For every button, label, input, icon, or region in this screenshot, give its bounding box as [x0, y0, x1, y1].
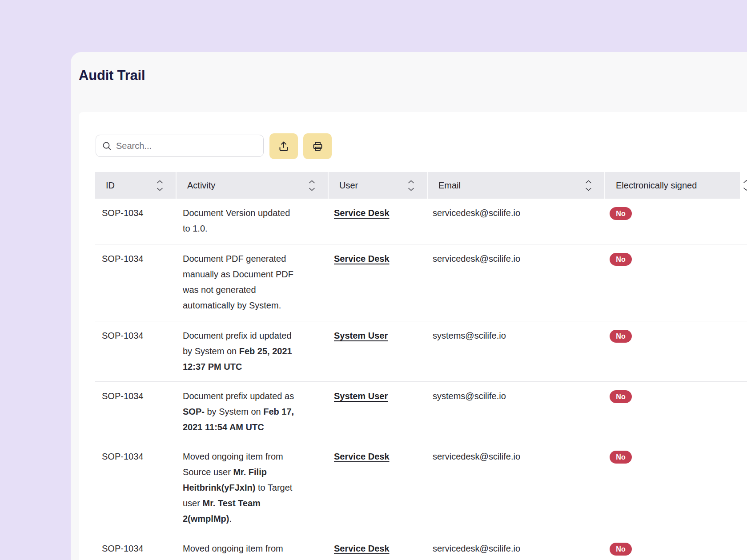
row-activity: Moved ongoing item from Source user Mr. … — [176, 442, 328, 534]
row-email: servicedesk@scilife.io — [427, 199, 604, 244]
sort-up-icon — [408, 180, 414, 184]
status-badge: No — [610, 253, 632, 266]
row-id: SOP-1034 — [95, 321, 176, 381]
sort-control[interactable] — [585, 180, 592, 191]
row-activity: Document Version updated to 1.0. — [176, 199, 328, 244]
column-label: User — [339, 180, 358, 191]
column-label: Email — [438, 180, 461, 191]
column-label: ID — [106, 180, 115, 191]
export-button[interactable] — [269, 133, 298, 159]
audit-table: ID Activity User — [95, 172, 747, 560]
sort-control[interactable] — [157, 180, 163, 191]
status-badge: No — [610, 330, 632, 343]
status-badge: No — [610, 543, 632, 556]
row-email: servicedesk@scilife.io — [427, 244, 604, 321]
row-id: SOP-1034 — [95, 244, 176, 321]
sort-control[interactable] — [309, 180, 315, 191]
upload-icon — [278, 140, 289, 152]
column-header-email[interactable]: Email — [427, 172, 604, 199]
column-header-electronically-signed[interactable]: Electronically signed — [604, 172, 747, 199]
page-title: Audit Trail — [79, 68, 145, 84]
column-header-id[interactable]: ID — [95, 172, 176, 199]
column-header-user[interactable]: User — [328, 172, 427, 199]
sort-control[interactable] — [408, 180, 414, 191]
row-activity: Document prefix id updated by System on … — [176, 321, 328, 381]
sort-down-icon — [585, 188, 592, 191]
row-email: systems@scilife.io — [427, 382, 604, 442]
search-box[interactable] — [96, 135, 264, 157]
user-link[interactable]: Service Desk — [334, 254, 390, 264]
user-link[interactable]: System User — [334, 331, 388, 340]
audit-trail-screen: Audit Trail — [0, 0, 747, 560]
sort-down-icon — [408, 188, 414, 191]
sort-control[interactable] — [743, 180, 747, 191]
search-icon — [102, 141, 112, 151]
column-label: Activity — [187, 180, 215, 191]
sort-down-icon — [157, 188, 163, 191]
sort-up-icon — [743, 180, 747, 184]
printer-icon — [312, 140, 324, 152]
user-link[interactable]: Service Desk — [334, 544, 390, 553]
sort-up-icon — [309, 180, 315, 184]
row-activity: Document PDF generated manually as Docum… — [176, 244, 328, 321]
table-header-row: ID Activity User — [95, 172, 747, 199]
table-row: SOP-1034 Moved ongoing item from Source … — [95, 534, 747, 560]
print-button[interactable] — [303, 133, 332, 159]
sort-up-icon — [157, 180, 163, 184]
status-badge: No — [610, 207, 632, 220]
sort-down-icon — [309, 188, 315, 191]
row-id: SOP-1034 — [95, 382, 176, 442]
user-link[interactable]: Service Desk — [334, 452, 390, 461]
status-badge: No — [610, 451, 632, 464]
sort-down-icon — [743, 188, 747, 191]
row-email: servicedesk@scilife.io — [427, 442, 604, 534]
row-id: SOP-1034 — [95, 442, 176, 534]
user-link[interactable]: System User — [334, 391, 388, 401]
status-badge: No — [610, 390, 632, 403]
table-row: SOP-1034 Document PDF generated manually… — [95, 244, 747, 321]
sort-up-icon — [585, 180, 592, 184]
table-row: SOP-1034 Document Version updated to 1.0… — [95, 199, 747, 244]
row-activity: Moved ongoing item from Source user Mr. … — [176, 534, 328, 560]
table-row: SOP-1034 Moved ongoing item from Source … — [95, 442, 747, 534]
search-input[interactable] — [116, 141, 257, 151]
user-link[interactable]: Service Desk — [334, 208, 390, 218]
table-row: SOP-1034 Document prefix updated as SOP-… — [95, 382, 747, 442]
table-row: SOP-1034 Document prefix id updated by S… — [95, 321, 747, 382]
column-header-activity[interactable]: Activity — [176, 172, 328, 199]
row-id: SOP-1034 — [95, 199, 176, 244]
row-id: SOP-1034 — [95, 534, 176, 560]
row-email: systems@scilife.io — [427, 321, 604, 381]
column-label: Electronically signed — [616, 180, 697, 191]
row-activity: Document prefix updated as SOP- by Syste… — [176, 382, 328, 442]
row-email: servicedesk@scilife.io — [427, 534, 604, 560]
content-panel: ID Activity User — [79, 112, 747, 560]
